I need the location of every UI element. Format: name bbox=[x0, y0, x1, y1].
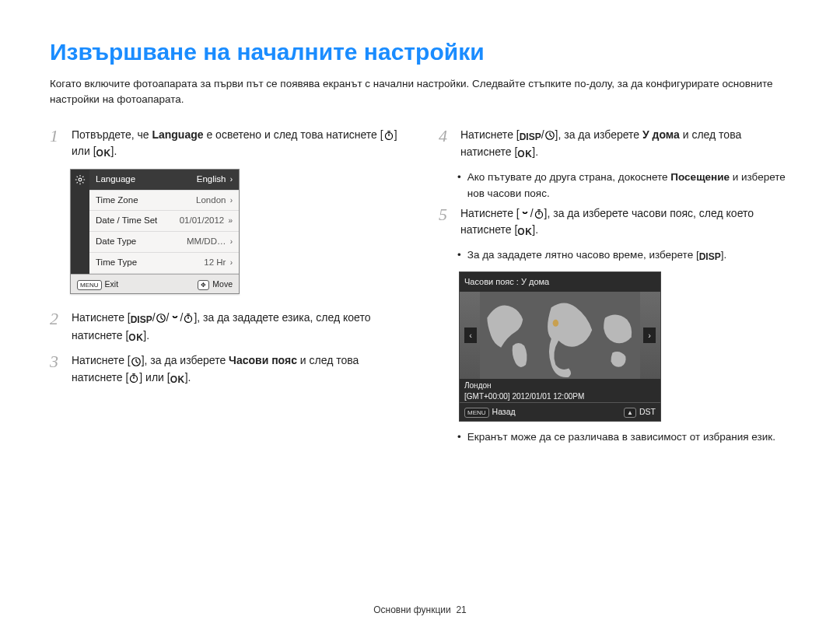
svg-point-9 bbox=[553, 320, 558, 327]
menu-row-value: MM/DD… › bbox=[187, 235, 233, 249]
timer-icon bbox=[183, 313, 194, 324]
step-3: 3 Натиснете [], за да изберете Часови по… bbox=[50, 352, 401, 387]
timer-icon bbox=[128, 373, 139, 384]
right-column: 4 Натиснете [DISP/], за да изберете У до… bbox=[439, 127, 790, 449]
text: е осветено и след това натиснете [ bbox=[204, 128, 383, 141]
footer-label: Основни функции bbox=[373, 604, 451, 615]
page-title: Извършване на началните настройки bbox=[50, 39, 790, 65]
nav-pill-icon: ✥ bbox=[198, 280, 209, 290]
page-footer: Основни функции 21 bbox=[0, 604, 840, 615]
menu-row[interactable]: LanguageEnglish › bbox=[89, 170, 239, 191]
macro-icon bbox=[520, 208, 530, 219]
menu-footer-exit: MENUExit bbox=[77, 278, 118, 290]
svg-point-1 bbox=[79, 178, 82, 181]
text: ] или [ bbox=[139, 371, 170, 384]
text: ]. bbox=[185, 371, 191, 384]
step-number: 1 bbox=[50, 127, 64, 161]
step-5-bullet-2: Екранът може да се различава в зависимос… bbox=[457, 429, 790, 446]
map-prev-button[interactable]: ‹ bbox=[464, 328, 477, 343]
menu-row[interactable]: Date TypeMM/DD… › bbox=[89, 232, 239, 253]
text: Ако пътувате до друга страна, докоснете bbox=[467, 171, 671, 183]
bold-visit: Посещение bbox=[670, 171, 730, 183]
menu-row-label: Language bbox=[96, 173, 135, 187]
timer-icon bbox=[534, 208, 544, 219]
text: Натиснете [ bbox=[72, 311, 131, 324]
menu-pill-icon: MENU bbox=[464, 408, 489, 418]
clock-icon bbox=[156, 313, 166, 324]
text: Натиснете [ bbox=[460, 207, 520, 219]
gear-icon bbox=[75, 174, 86, 185]
map-city: Лондон bbox=[464, 380, 656, 391]
text: ]. bbox=[111, 145, 117, 157]
ok-key: OK bbox=[517, 147, 532, 162]
menu-row-label: Time Zone bbox=[96, 194, 138, 208]
clock-icon bbox=[544, 130, 555, 141]
menu-pill-icon: MENU bbox=[77, 280, 102, 290]
step-1: 1 Потвърдете, че Language е осветено и с… bbox=[50, 127, 401, 161]
text: ]. bbox=[532, 145, 538, 158]
map-footer-back: MENUНазад bbox=[464, 405, 516, 418]
step-5: 5 Натиснете [/], за да изберете часови п… bbox=[439, 205, 790, 240]
world-map-icon bbox=[480, 292, 640, 379]
bold-home: У дома bbox=[642, 128, 680, 141]
menu-row[interactable]: Date / Time Set01/01/2012 » bbox=[89, 211, 239, 232]
menu-row-label: Time Type bbox=[96, 256, 137, 270]
macro-icon bbox=[170, 313, 180, 324]
text: ]. bbox=[532, 223, 538, 236]
step-number: 5 bbox=[439, 205, 453, 240]
up-pill-icon: ▲ bbox=[624, 408, 636, 418]
map-footer-dst: ▲DST bbox=[624, 405, 656, 418]
text: ], за да изберете bbox=[555, 128, 642, 141]
ok-key: OK bbox=[170, 373, 185, 387]
text: За да зададете лятно часово време, избер… bbox=[467, 249, 699, 261]
text: Натиснете [ bbox=[460, 128, 520, 141]
step-number: 4 bbox=[439, 127, 453, 162]
text: ]. bbox=[721, 249, 727, 261]
step-2: 2 Натиснете [DISP///], за да зададете ез… bbox=[50, 310, 401, 345]
text: ]. bbox=[143, 329, 149, 342]
disp-key: DISP bbox=[131, 313, 152, 328]
step-number: 2 bbox=[50, 310, 64, 345]
disp-key: DISP bbox=[699, 250, 721, 264]
text: Екранът може да се различава в зависимос… bbox=[467, 429, 775, 446]
disp-key: DISP bbox=[520, 130, 541, 145]
footer-page: 21 bbox=[456, 604, 466, 615]
text: Натиснете [ bbox=[72, 354, 131, 366]
settings-menu: LanguageEnglish ›Time ZoneLondon ›Date /… bbox=[70, 169, 240, 294]
timezone-map: Часови пояс : У дома ‹ bbox=[459, 271, 661, 421]
step-4-bullet: Ако пътувате до друга страна, докоснете … bbox=[457, 170, 790, 202]
ok-key: OK bbox=[96, 146, 111, 161]
menu-row[interactable]: Time ZoneLondon › bbox=[89, 191, 239, 212]
left-column: 1 Потвърдете, че Language е осветено и с… bbox=[50, 127, 401, 449]
menu-row-value: 01/01/2012 » bbox=[180, 214, 233, 228]
step-5-bullet-1: За да зададете лятно часово време, избер… bbox=[457, 247, 790, 264]
step-4: 4 Натиснете [DISP/], за да изберете У до… bbox=[439, 127, 790, 162]
menu-row-value: 12 Hr › bbox=[204, 256, 233, 270]
menu-row-value: London › bbox=[196, 194, 233, 208]
text: Потвърдете, че bbox=[72, 128, 152, 141]
menu-row[interactable]: Time Type12 Hr › bbox=[89, 253, 239, 274]
text: ], за да изберете bbox=[142, 354, 229, 366]
map-title: Часови пояс : У дома bbox=[460, 272, 660, 292]
ok-key: OK bbox=[128, 331, 143, 345]
ok-key: OK bbox=[517, 225, 532, 240]
menu-footer-move: ✥Move bbox=[198, 278, 233, 290]
timer-icon bbox=[383, 130, 394, 141]
step-number: 3 bbox=[50, 352, 64, 387]
clock-icon bbox=[131, 356, 142, 367]
intro-paragraph: Когато включите фотоапарата за първи път… bbox=[50, 76, 790, 108]
map-next-button[interactable]: › bbox=[643, 328, 656, 343]
bold-language: Language bbox=[152, 128, 203, 141]
bold-timezone: Часови пояс bbox=[229, 354, 297, 366]
menu-row-label: Date Type bbox=[96, 235, 136, 249]
menu-tab-gear bbox=[71, 170, 89, 274]
menu-row-value: English › bbox=[197, 173, 233, 187]
menu-row-label: Date / Time Set bbox=[96, 214, 157, 228]
map-gmt: [GMT+00:00] 2012/01/01 12:00PM bbox=[464, 391, 656, 402]
